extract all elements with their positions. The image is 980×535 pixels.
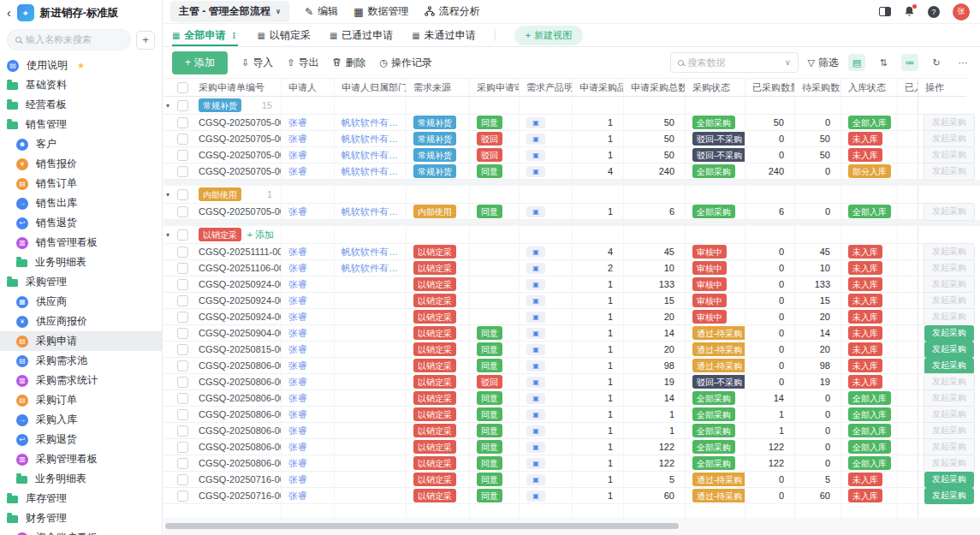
applicant-link[interactable]: 张睿 bbox=[288, 165, 307, 178]
product-detail-icon[interactable]: ▣ bbox=[526, 425, 545, 437]
table-row[interactable]: CGSQ-20250806-001张睿以销定采同意▣198通过-待采购098未入… bbox=[163, 358, 966, 374]
product-detail-icon[interactable]: ▣ bbox=[526, 458, 545, 469]
sidebar-item[interactable]: ¥供应商报价 bbox=[0, 312, 162, 331]
product-detail-icon[interactable]: ▣ bbox=[526, 134, 545, 145]
more-options-icon[interactable]: ⋯ bbox=[954, 54, 971, 71]
table-row[interactable]: CGSQ-20250705-003张睿帆软软件有限公司常规补货驳回▣150驳回-… bbox=[163, 131, 966, 147]
table-row[interactable]: CGSQ-20251106-001张睿帆软软件有限公司以销定采▣210审核中01… bbox=[163, 260, 966, 276]
sidebar-item[interactable]: ▥采购管理看板 bbox=[0, 449, 162, 469]
sidebar-folder[interactable]: 库存管理 bbox=[0, 489, 162, 508]
row-checkbox[interactable] bbox=[177, 490, 188, 502]
product-detail-icon[interactable]: ▣ bbox=[526, 312, 545, 323]
add-record-button[interactable]: +添加 bbox=[172, 51, 228, 74]
flow-analysis-button[interactable]: 流程分析 bbox=[425, 4, 480, 19]
product-detail-icon[interactable]: ▣ bbox=[526, 150, 545, 161]
back-button[interactable]: ‹ bbox=[7, 7, 11, 19]
row-checkbox[interactable] bbox=[177, 206, 188, 217]
filter-button[interactable]: ▽筛选 bbox=[808, 56, 839, 70]
initiate-purchase-button[interactable]: 发起采购 bbox=[924, 472, 974, 488]
table-row[interactable]: CGSQ-20250806-004张睿以销定采同意▣11全部采购10全部入库发起… bbox=[163, 423, 966, 439]
row-checkbox[interactable] bbox=[177, 458, 188, 469]
product-detail-icon[interactable]: ▣ bbox=[526, 393, 545, 404]
table-row[interactable]: CGSQ-20250806-006张睿以销定采驳回▣119驳回-不采购019未入… bbox=[163, 374, 966, 390]
applicant-link[interactable]: 张睿 bbox=[288, 376, 307, 389]
sidebar-folder[interactable]: 业务明细表 bbox=[0, 253, 162, 272]
row-checkbox[interactable] bbox=[177, 328, 188, 339]
sidebar-search-input[interactable]: 输入名称来搜索 bbox=[7, 29, 131, 51]
row-checkbox[interactable] bbox=[177, 393, 188, 404]
delete-button[interactable]: 删除 bbox=[332, 56, 365, 70]
applicant-link[interactable]: 张睿 bbox=[288, 133, 307, 146]
applicant-link[interactable]: 张睿 bbox=[288, 116, 307, 129]
department-link[interactable]: 帆软软件有限公司 bbox=[342, 165, 406, 178]
refresh-icon[interactable]: ↻ bbox=[928, 54, 945, 71]
applicant-link[interactable]: 张睿 bbox=[288, 311, 307, 324]
applicant-link[interactable]: 张睿 bbox=[288, 425, 307, 437]
sidebar-item[interactable]: ▤采购申请 bbox=[0, 331, 162, 351]
form-view-icon[interactable]: ▤ bbox=[848, 54, 865, 71]
tab-active[interactable]: ▦全部申请⋮ bbox=[172, 24, 238, 46]
applicant-link[interactable]: 张睿 bbox=[288, 360, 307, 372]
row-checkbox[interactable] bbox=[177, 263, 188, 274]
row-checkbox[interactable] bbox=[177, 442, 188, 453]
product-detail-icon[interactable]: ▣ bbox=[526, 344, 545, 355]
row-checkbox[interactable] bbox=[177, 166, 188, 177]
department-link[interactable]: 帆软软件有限公司 bbox=[342, 205, 406, 218]
collapse-arrow-icon[interactable]: ▾ bbox=[166, 102, 169, 110]
applicant-link[interactable]: 张睿 bbox=[288, 457, 307, 470]
product-detail-icon[interactable]: ▣ bbox=[526, 328, 545, 339]
applicant-link[interactable]: 张睿 bbox=[288, 327, 307, 340]
group-add-button[interactable]: + 添加 bbox=[247, 229, 281, 241]
group-checkbox[interactable] bbox=[177, 100, 188, 111]
sidebar-item[interactable]: ¥销售报价 bbox=[0, 154, 162, 174]
product-detail-icon[interactable]: ▣ bbox=[526, 377, 545, 388]
product-detail-icon[interactable]: ▣ bbox=[526, 490, 545, 502]
role-selector[interactable]: 主管 - 管理全部流程∨ bbox=[170, 1, 289, 22]
edit-button[interactable]: ✎ 编辑 bbox=[305, 4, 338, 19]
row-checkbox[interactable] bbox=[177, 134, 188, 145]
sidebar-add-button[interactable]: + bbox=[136, 31, 155, 50]
row-checkbox[interactable] bbox=[177, 474, 188, 485]
sidebar-item[interactable]: ☻客户 bbox=[0, 134, 162, 154]
table-row[interactable]: CGSQ-20250705-001张睿帆软软件有限公司常规补货同意▣4240全部… bbox=[163, 163, 966, 180]
group-checkbox[interactable] bbox=[177, 189, 188, 200]
group-header-row[interactable]: ▾常规补货15 bbox=[163, 97, 966, 115]
sidebar-folder[interactable]: 销售管理 bbox=[0, 115, 162, 134]
sidebar-item[interactable]: ↩采购退货 bbox=[0, 430, 162, 449]
data-management-button[interactable]: ▦ 数据管理 bbox=[353, 4, 408, 19]
row-checkbox[interactable] bbox=[177, 150, 188, 161]
applicant-link[interactable]: 张睿 bbox=[288, 246, 307, 259]
sidebar-item[interactable]: ▤销售订单 bbox=[0, 174, 162, 193]
department-link[interactable]: 帆软软件有限公司 bbox=[342, 246, 406, 259]
row-checkbox[interactable] bbox=[177, 312, 188, 323]
row-checkbox[interactable] bbox=[177, 344, 188, 355]
table-row[interactable]: CGSQ-20250716-002张睿以销定采同意▣15通过-待采购05未入库发… bbox=[163, 472, 966, 488]
applicant-link[interactable]: 张睿 bbox=[288, 149, 307, 162]
sidebar-item[interactable]: ▥销售管理看板 bbox=[0, 233, 162, 253]
sidebar-folder[interactable]: 业务明细表 bbox=[0, 469, 162, 489]
sidebar-folder[interactable]: 经营看板 bbox=[0, 95, 162, 115]
row-checkbox[interactable] bbox=[177, 279, 188, 290]
initiate-purchase-button[interactable]: 发起采购 bbox=[924, 342, 974, 358]
department-link[interactable]: 帆软软件有限公司 bbox=[342, 133, 406, 146]
table-row[interactable]: CGSQ-20250815-001张睿以销定采同意▣120通过-待采购020未入… bbox=[163, 342, 966, 358]
sidebar-item[interactable]: ▦供应商 bbox=[0, 292, 162, 312]
collapse-arrow-icon[interactable]: ▾ bbox=[166, 231, 169, 239]
sidebar-item[interactable]: ▤采购需求池 bbox=[0, 351, 162, 371]
help-icon[interactable]: ? bbox=[928, 6, 940, 18]
row-checkbox[interactable] bbox=[177, 377, 188, 388]
notification-bell-icon[interactable] bbox=[904, 6, 915, 17]
select-all-checkbox[interactable] bbox=[177, 82, 188, 93]
import-button[interactable]: ⇩导入 bbox=[241, 56, 273, 70]
table-row[interactable]: CGSQ-20250705-002张睿帆软软件有限公司常规补货驳回▣150驳回-… bbox=[163, 147, 966, 163]
applicant-link[interactable]: 张睿 bbox=[288, 392, 307, 405]
table-row[interactable]: CGSQ-20250924-001张睿以销定采▣120审核中020未入库发起采购 bbox=[163, 309, 966, 325]
product-detail-icon[interactable]: ▣ bbox=[526, 206, 545, 217]
tab-view[interactable]: ▦已通过申请 bbox=[330, 24, 393, 46]
product-detail-icon[interactable]: ▣ bbox=[526, 409, 545, 420]
product-detail-icon[interactable]: ▣ bbox=[526, 166, 545, 177]
initiate-purchase-button[interactable]: 发起采购 bbox=[924, 325, 974, 342]
tab-view[interactable]: ▦以销定采 bbox=[257, 24, 310, 46]
table-row[interactable]: CGSQ-20250806-005张睿以销定采同意▣114全部采购140全部入库… bbox=[163, 390, 966, 407]
product-detail-icon[interactable]: ▣ bbox=[526, 247, 545, 258]
